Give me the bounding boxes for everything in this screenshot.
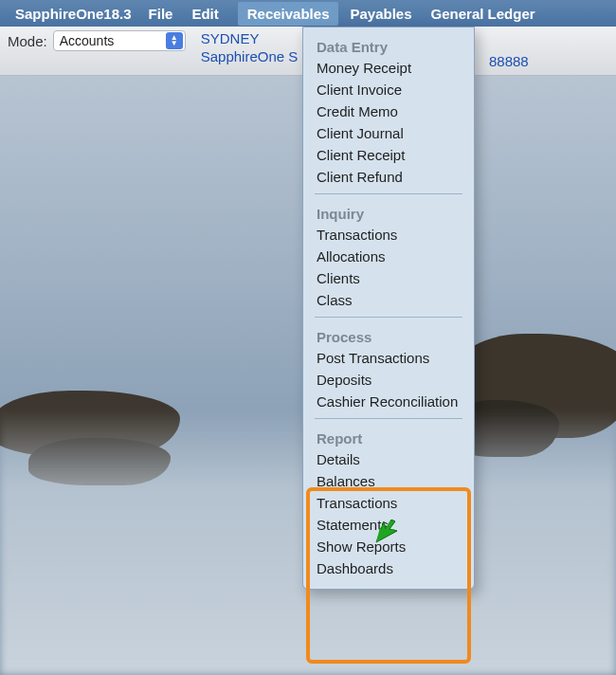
section-process: Process (303, 323, 474, 347)
item-client-refund[interactable]: Client Refund (303, 166, 474, 188)
item-credit-memo[interactable]: Credit Memo (303, 100, 474, 122)
menu-edit[interactable]: Edit (191, 6, 218, 22)
mode-label: Mode: (8, 33, 47, 49)
item-report-transactions[interactable]: Transactions (303, 492, 474, 514)
item-details[interactable]: Details (303, 448, 474, 470)
item-dashboards[interactable]: Dashboards (303, 557, 474, 579)
menubar: SapphireOne18.3 File Edit Receivables Pa… (0, 0, 616, 27)
menu-payables[interactable]: Payables (350, 6, 411, 22)
menu-separator (315, 193, 462, 194)
number-label: 88888 (489, 53, 529, 69)
item-inquiry-transactions[interactable]: Transactions (303, 224, 474, 246)
section-report: Report (303, 425, 474, 448)
cursor-arrow-icon (374, 520, 399, 544)
menu-receivables[interactable]: Receivables (238, 2, 339, 26)
menu-separator (315, 317, 462, 318)
dropdown-knob-icon: ▲▼ (166, 32, 183, 49)
item-client-receipt[interactable]: Client Receipt (303, 144, 474, 166)
item-deposits[interactable]: Deposits (303, 369, 474, 391)
receivables-dropdown: Data Entry Money Receipt Client Invoice … (302, 27, 475, 590)
item-balances[interactable]: Balances (303, 470, 474, 492)
item-allocations[interactable]: Allocations (303, 246, 474, 267)
item-post-transactions[interactable]: Post Transactions (303, 347, 474, 369)
item-client-journal[interactable]: Client Journal (303, 122, 474, 144)
menu-file[interactable]: File (149, 6, 173, 22)
item-class[interactable]: Class (303, 289, 474, 311)
item-money-receipt[interactable]: Money Receipt (303, 57, 474, 79)
section-inquiry: Inquiry (303, 200, 474, 224)
item-cashier-reconciliation[interactable]: Cashier Reconciliation (303, 391, 474, 412)
company-label: SapphireOne S (201, 48, 299, 64)
location-label: SYDNEY (201, 30, 299, 46)
section-data-entry: Data Entry (303, 33, 474, 57)
item-client-invoice[interactable]: Client Invoice (303, 79, 474, 100)
menu-separator (315, 418, 462, 419)
item-clients[interactable]: Clients (303, 267, 474, 289)
app-name[interactable]: SapphireOne18.3 (15, 6, 132, 22)
mode-value: Accounts (60, 33, 115, 48)
mode-select[interactable]: Accounts ▲▼ (53, 30, 186, 51)
menu-general-ledger[interactable]: General Ledger (431, 6, 535, 22)
